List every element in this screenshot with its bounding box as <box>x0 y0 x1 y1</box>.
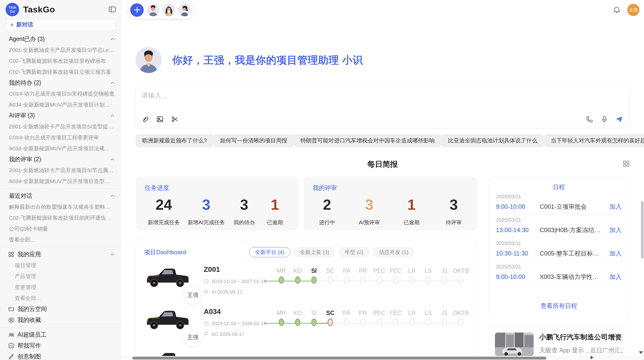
card-title: 我的评审 <box>313 184 468 192</box>
conversation-item[interactable]: Z001-全新燃油轻卡产品开发项目SI造型提交物评审 <box>0 121 121 132</box>
conversation-item[interactable]: A034-全新新能源MUV产品开发项目计划变更表编写 <box>0 99 121 110</box>
tab-new-platform[interactable]: 全新平台 (4) <box>249 247 290 257</box>
clock-icon <box>204 321 209 326</box>
scroll-down-arrow-icon[interactable] <box>639 351 643 354</box>
image-icon[interactable] <box>156 115 164 123</box>
suggestion-chip[interactable]: 比亚迪全固态电池计划具体说了什么 <box>441 134 544 147</box>
tab-powertrain[interactable]: 动总开发 (1) <box>373 247 414 257</box>
milestone-dot-done <box>279 319 284 326</box>
section-header-my-todo[interactable]: 我的待办 (2) <box>0 77 121 88</box>
milestone-dot <box>393 276 398 284</box>
milestone-dot <box>377 319 382 326</box>
horizontal-scrollbar-thumb[interactable] <box>132 357 546 359</box>
sidebar-item-my-apps[interactable]: 我的应用 <box>0 249 121 260</box>
tab-year-model[interactable]: 年型 (2) <box>339 247 369 257</box>
schedule-date: 2025/03/11 <box>496 241 622 246</box>
panel-collapse-icon <box>109 7 116 12</box>
bell-icon[interactable] <box>613 6 621 14</box>
stat-pending-review: 3待评审 <box>442 197 465 226</box>
apps-view-all[interactable]: 查看全部... <box>0 293 121 304</box>
send-icon[interactable] <box>616 115 624 123</box>
scissors-icon[interactable] <box>171 115 179 123</box>
briefing-columns: 任务进度 24新增完成任务 3新增AI完成任务 3我的待办 1已逾期 我的评审 … <box>136 177 630 360</box>
project-row[interactable]: 王强 A034 2023-12-19 ~ 2026-01-19 SC-2025-… <box>144 306 469 344</box>
sidebar-item-change-mgmt[interactable]: 变更管理 <box>0 282 121 293</box>
sidebar-item-creative-draw[interactable]: 创意制图 <box>0 351 121 360</box>
milestone-dot <box>360 319 365 326</box>
suggestion-chip[interactable]: 欧洲新规最近颁布了什么? <box>136 134 213 147</box>
agent-avatar-3[interactable] <box>178 4 191 16</box>
schedule-event: C005-整车工程目标评审 <box>540 249 605 258</box>
recent-conversation-item[interactable]: 解释最新出台的欧盟报废车法规再生塑料比例被调至15%... <box>0 201 121 212</box>
join-link[interactable]: 加入 <box>609 273 622 281</box>
milestone-dot-done <box>295 319 300 326</box>
section-header-my-review[interactable]: 我的评审 (2) <box>0 154 121 165</box>
paperclip-icon[interactable] <box>141 115 150 123</box>
news-card[interactable]: 小鹏飞行汽车制造公司增资 天眼查 App 显示，近日广州汇天飞行汽... <box>488 327 630 360</box>
section-header-recent[interactable]: 最近对话 <box>0 190 121 201</box>
join-link[interactable]: 加入 <box>609 226 622 234</box>
section-header-agent-done[interactable]: Agent已办 (3) <box>0 34 121 44</box>
chevron-up-icon <box>110 158 115 161</box>
suggestion-chip[interactable]: 如何写一份清晰的项目周报 <box>213 134 294 147</box>
logo-text-top: Task <box>8 5 16 9</box>
scroll-right-arrow-icon[interactable] <box>591 356 593 359</box>
recent-conversation-item[interactable]: 公司Q3轻卡销量 <box>0 223 121 234</box>
sidebar-item-cloud-space[interactable]: 我的云空间 <box>0 304 121 314</box>
vertical-scrollbar-thumb[interactable] <box>641 201 643 259</box>
news-image <box>495 333 534 356</box>
sidebar-item-ai-staff[interactable]: AI超级员工 <box>0 329 121 340</box>
conversation-item[interactable]: C02-飞腾新能源轻客改款项目立项汇报方案 <box>0 66 121 77</box>
conversation-item[interactable]: C0X4-动力总成开发项目工程变更评审 <box>0 132 121 143</box>
view-all-schedule[interactable]: 查看所有日程 <box>496 302 622 311</box>
horizontal-scrollbar[interactable] <box>121 356 644 360</box>
join-link[interactable]: 加入 <box>609 203 622 211</box>
milestone-dot-done <box>295 276 300 284</box>
stat-my-todo: 3我的待办 <box>233 197 256 226</box>
project-row[interactable]: 王强 Z001 2023-12-19 ~ 2027-01-19 SI-2025-… <box>144 263 469 302</box>
phone-icon[interactable] <box>586 115 594 123</box>
suggestion-chip[interactable]: 当下年轻人对汽车外观有怎样的喜好趋势 <box>544 134 644 147</box>
divider <box>0 247 121 247</box>
news-snippet: 天眼查 App 显示，近日广州汇天飞行汽... <box>539 346 623 354</box>
conversation-item[interactable]: Z001-全新燃油轻卡产品开发项目SI节点属性5D文件评审 <box>0 165 121 176</box>
flag-icon <box>204 332 209 337</box>
milestone-track: MR KO SI SC PA PR PEC FEC LR LS J1 OKTB <box>273 263 469 302</box>
sidebar-item-favorites[interactable]: 我的收藏 <box>0 314 121 325</box>
user-avatar[interactable]: 王强 <box>627 4 639 16</box>
agent-avatar-2[interactable] <box>163 4 175 16</box>
sidebar-collapse-button[interactable] <box>109 7 116 12</box>
milestone-dot <box>393 319 398 326</box>
schedule-item: 2025/03/11 13:00-14:30 C003|H0B-方案冻结评审 加… <box>496 215 622 238</box>
conversation-item[interactable]: A034-全新新能源MUV产品开发项目法规符合性评审 <box>0 143 121 154</box>
schedule-event: C001-立项审批会 <box>540 203 605 211</box>
greeting: 你好，王强，我是你的项目管理助理 小识 <box>136 47 630 73</box>
project-code: Z001 <box>204 265 269 274</box>
stat-new-ai-done: 3新增AI完成任务 <box>188 197 225 226</box>
conversation-item[interactable]: Z001-全新燃油皮卡产品开发项目SI节点Lesson Learn报告 <box>0 44 121 55</box>
sidebar-item-project-mgmt[interactable]: 项目管理 <box>0 260 121 271</box>
conversation-item[interactable]: C0X4-动力总成开发项目SI里程碑提交物检查 <box>0 88 121 99</box>
stat-overdue: 1已逾期 <box>264 197 286 226</box>
microphone-icon[interactable] <box>601 115 609 123</box>
conversation-item[interactable]: C02-飞腾新能源轻客改款项目里程碑画布 <box>0 55 121 66</box>
grid-layout-icon[interactable] <box>623 160 630 167</box>
chevron-up-icon <box>110 114 115 117</box>
suggestion-chip[interactable]: 特朗普可能对进口汽车增税会对中国车企造成哪些影响 <box>294 134 441 147</box>
agent-avatar-1[interactable] <box>147 4 159 16</box>
sidebar-item-product-mgmt[interactable]: 产品管理 <box>0 271 121 282</box>
recent-view-all[interactable]: 查看全部... <box>0 234 121 245</box>
sidebar-item-help-write[interactable]: 帮我写作 <box>0 340 121 351</box>
recent-conversation-item[interactable]: C02-飞腾新能源轻客改款项目的闭环通告反馈情况 <box>0 212 121 223</box>
cloud-space-icon <box>8 306 14 312</box>
new-chat-button[interactable]: + 新对话 <box>6 19 116 31</box>
tab-new-body[interactable]: 全新上装 (3) <box>294 247 335 257</box>
conversation-item[interactable]: A034-全新新能源MUV产品开发项目造型可行性评审 <box>0 176 121 187</box>
milestone-dot <box>344 319 349 326</box>
message-input[interactable] <box>141 91 624 106</box>
section-header-ai-review[interactable]: AI评审 (3) <box>0 110 121 121</box>
add-agent-button[interactable] <box>130 3 144 17</box>
join-link[interactable]: 加入 <box>609 249 622 258</box>
stat-overdue: 1已逾期 <box>400 197 423 226</box>
schedule-item: 2025/03/11 9:00-10:00 X003-车辆动力学性能验... 加… <box>496 261 622 285</box>
